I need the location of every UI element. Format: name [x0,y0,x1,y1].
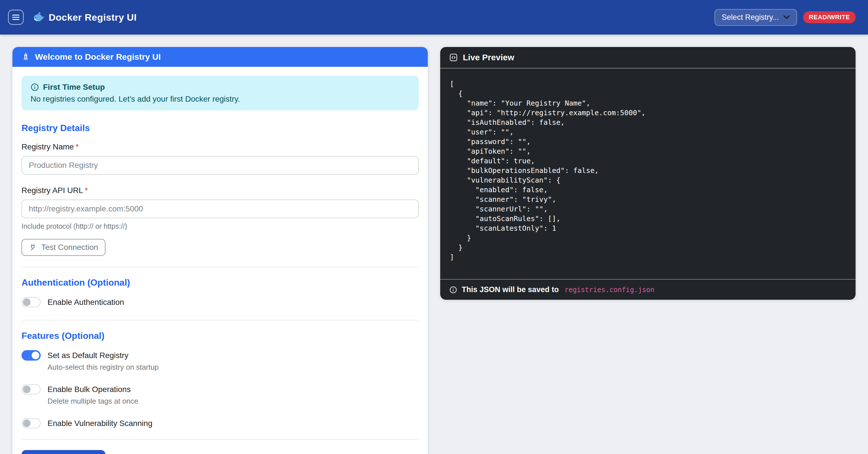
live-preview-header: Live Preview [440,47,856,68]
create-registry-button[interactable]: Create Registry [22,450,105,454]
registry-name-label-text: Registry Name [22,142,74,151]
preview-footer-filename: registries.config.json [565,286,654,294]
toggle-knob [23,386,31,393]
app-title: Docker Registry UI [49,12,136,23]
form-footer: Create Registry Config auto-saves toregi… [22,450,419,454]
registry-name-label: Registry Name* [22,142,419,151]
registry-select-label: Select Registry... [722,13,779,22]
default-registry-sublabel: Auto-select this registry on startup [48,363,419,372]
live-preview-title: Live Preview [463,53,514,62]
chevron-down-icon [783,15,790,19]
enable-auth-label[interactable]: Enable Authentication [48,298,124,307]
divider [22,439,419,440]
welcome-card-body: First Time Setup No registries configure… [12,67,428,454]
alert-title-row: First Time Setup [31,83,410,92]
section-heading-registry-details: Registry Details [22,123,419,133]
vulnerability-scanning-toggle[interactable] [22,418,41,428]
toggle-knob [23,420,31,427]
docker-whale-icon [32,12,44,22]
info-circle-icon [449,286,457,294]
preview-footer-text: This JSON will be saved to [462,285,559,294]
top-navbar: Docker Registry UI Select Registry... RE… [0,0,868,34]
vulnerability-scanning-label[interactable]: Enable Vulnerability Scanning [48,419,152,428]
registry-url-help: Include protocol (http:// or https://) [22,222,419,230]
bulk-operations-label[interactable]: Enable Bulk Operations [48,385,131,394]
default-registry-group: Set as Default Registry Auto-select this… [22,350,419,372]
access-mode-badge: READ/WRITE [803,11,856,23]
registry-url-label-text: Registry API URL [22,186,83,195]
welcome-card: Welcome to Docker Registry UI First Time… [12,47,428,454]
plug-icon [29,243,37,252]
live-preview-footer: This JSON will be saved toregistries.con… [440,279,856,300]
hamburger-icon [12,14,20,20]
test-connection-button[interactable]: Test Connection [22,239,105,256]
registry-url-input[interactable] [22,200,419,218]
vulnerability-scanning-group: Enable Vulnerability Scanning [22,418,419,428]
toggle-knob [23,298,31,306]
registry-name-input[interactable] [22,156,419,175]
registry-name-field-group: Registry Name* [22,142,419,175]
live-preview-card: Live Preview [ { "name": "Your Registry … [440,47,856,300]
bulk-operations-toggle[interactable] [22,384,41,395]
welcome-card-title: Welcome to Docker Registry UI [35,52,161,62]
enable-auth-toggle[interactable] [22,297,41,307]
divider [22,266,419,267]
menu-button[interactable] [8,10,24,25]
bulk-operations-row: Enable Bulk Operations [22,384,419,395]
rocket-icon [22,53,30,61]
bulk-operations-group: Enable Bulk Operations Delete multiple t… [22,384,419,406]
required-asterisk: * [85,186,88,195]
bulk-operations-sublabel: Delete multiple tags at once [48,397,419,406]
alert-title: First Time Setup [43,83,105,92]
test-connection-label: Test Connection [41,243,98,252]
code-square-icon [449,53,458,62]
first-time-setup-alert: First Time Setup No registries configure… [22,76,419,110]
toggle-knob [32,351,39,359]
info-circle-icon [31,83,39,91]
alert-message: No registries configured. Let's add your… [31,94,410,104]
welcome-card-header: Welcome to Docker Registry UI [12,47,428,67]
json-preview-code: [ { "name": "Your Registry Name", "api":… [440,68,856,279]
enable-auth-row: Enable Authentication [22,297,419,307]
registry-select[interactable]: Select Registry... [714,9,797,26]
default-registry-row: Set as Default Registry [22,350,419,361]
section-heading-authentication: Authentication (Optional) [22,277,419,288]
default-registry-label[interactable]: Set as Default Registry [48,351,128,360]
main-content: Welcome to Docker Registry UI First Time… [0,34,868,454]
section-heading-features: Features (Optional) [22,331,419,341]
divider [22,320,419,320]
default-registry-toggle[interactable] [22,350,41,361]
app-root: Docker Registry UI Select Registry... RE… [0,0,868,454]
required-asterisk: * [75,142,79,151]
registry-url-field-group: Registry API URL* Include protocol (http… [22,186,419,230]
vulnerability-scanning-row: Enable Vulnerability Scanning [22,418,419,428]
registry-url-label: Registry API URL* [22,186,419,195]
